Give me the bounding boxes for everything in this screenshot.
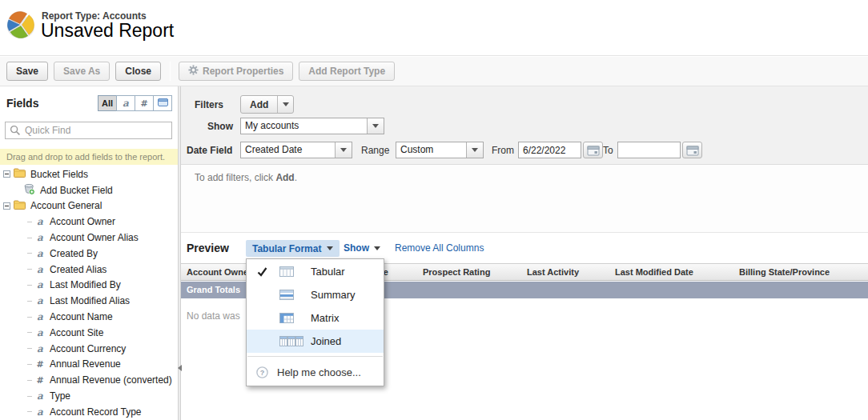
date-type-icon — [158, 98, 168, 108]
report-format-button-label: Tabular Format — [252, 243, 321, 254]
expander-minus-icon[interactable] — [3, 170, 10, 178]
collapse-panel-handle[interactable] — [177, 362, 183, 374]
tree-item-account-record-type[interactable]: aAccount Record Type — [0, 404, 178, 420]
date-field-select-arrow[interactable] — [335, 142, 352, 158]
tree-item-created-alias[interactable]: aCreated Alias — [0, 262, 178, 278]
field-filter-number-type[interactable]: # — [135, 95, 154, 111]
show-select-arrow[interactable] — [367, 118, 384, 134]
tree-item-add-bucket-field[interactable]: Add Bucket Field — [0, 182, 178, 198]
menu-item-matrix[interactable]: Matrix — [247, 306, 384, 330]
text-type-icon: a — [35, 328, 45, 338]
from-label: From — [492, 145, 514, 156]
tree-item-label: Annual Revenue (converted) — [50, 374, 172, 386]
tree-item-account-owner[interactable]: aAccount Owner — [0, 214, 178, 230]
gear-icon — [188, 65, 199, 78]
tree-connector — [27, 380, 32, 381]
column-header-last-activity[interactable]: Last Activity — [521, 264, 609, 280]
menu-item-summary[interactable]: Summary — [247, 283, 384, 306]
show-select[interactable]: My accounts — [240, 118, 384, 134]
tree-item-label: Account Site — [50, 327, 103, 338]
date-field-select[interactable]: Created Date — [240, 142, 352, 158]
tree-item-type[interactable]: aType — [0, 388, 178, 404]
menu-item-label: Joined — [311, 335, 341, 347]
chevron-down-icon — [372, 124, 379, 128]
add-filter-dropdown-arrow[interactable] — [277, 96, 293, 113]
tree-connector — [27, 364, 32, 365]
to-date-calendar-button[interactable] — [682, 142, 702, 158]
folder-icon — [14, 168, 26, 180]
button-label: Close — [125, 66, 151, 77]
menu-item-label: Matrix — [311, 312, 339, 324]
tree-item-label: Created Alias — [50, 264, 106, 275]
tree-item-label: Account Owner — [50, 216, 115, 227]
help-icon: ? — [247, 366, 277, 378]
preview-title: Preview — [187, 242, 229, 254]
from-date-calendar-button[interactable] — [583, 142, 603, 158]
text-type-icon: a — [35, 233, 45, 242]
text-type-icon: a — [35, 280, 45, 290]
tree-item-account-name[interactable]: aAccount Name — [0, 309, 178, 325]
tree-connector — [27, 317, 32, 318]
tree-connector — [27, 238, 32, 238]
preview-show-button[interactable]: Show — [344, 242, 380, 254]
add-filter-button[interactable]: Add — [240, 95, 294, 114]
tree-item-annual-revenue[interactable]: #Annual Revenue — [0, 357, 178, 373]
tree-item-annual-revenue-converted[interactable]: #Annual Revenue (converted) — [0, 372, 178, 388]
tree-item-label: Bucket Fields — [30, 169, 88, 180]
text-type-icon: a — [35, 265, 45, 274]
tree-item-account-site[interactable]: aAccount Site — [0, 325, 178, 341]
field-filter-text-type[interactable]: a — [116, 95, 135, 111]
column-header-billing-state-province[interactable]: Billing State/Province — [733, 264, 868, 280]
remove-all-columns-link[interactable]: Remove All Columns — [395, 242, 484, 254]
filters-empty-hint: To add filters, click Add. — [195, 172, 297, 183]
report-header: Report Type: Accounts Unsaved Report — [0, 0, 868, 56]
to-date-input[interactable] — [617, 142, 681, 158]
show-select-value: My accounts — [241, 118, 367, 134]
tree-item-label: Account General — [30, 200, 102, 211]
report-pie-chart-icon — [6, 10, 36, 43]
save-button[interactable]: Save — [6, 62, 48, 81]
tree-connector — [27, 301, 32, 302]
tree-item-account-general[interactable]: Account General — [0, 198, 178, 214]
range-select-arrow[interactable] — [466, 142, 483, 158]
add-report-type-button[interactable]: Add Report Type — [299, 62, 395, 81]
menu-item-label: Summary — [311, 289, 356, 301]
save-as-button[interactable]: Save As — [54, 62, 110, 81]
column-header-last-modified-date[interactable]: Last Modified Date — [609, 264, 733, 280]
calendar-icon — [587, 145, 600, 156]
tree-item-label: Created By — [50, 248, 98, 259]
field-tree: Bucket FieldsAdd Bucket FieldAccount Gen… — [0, 166, 178, 420]
tree-item-label: Account Currency — [50, 343, 126, 354]
range-select[interactable]: Custom — [396, 142, 484, 158]
field-filter-all[interactable]: All — [98, 95, 117, 111]
text-type-icon: a — [35, 344, 45, 354]
check-icon — [247, 267, 277, 277]
from-date-input[interactable] — [518, 142, 581, 158]
tree-item-created-by[interactable]: aCreated By — [0, 246, 178, 262]
column-header-prospect-rating[interactable]: Prospect Rating — [417, 264, 521, 280]
report-properties-button[interactable]: Report Properties — [179, 62, 293, 81]
tree-item-account-currency[interactable]: aAccount Currency — [0, 341, 178, 357]
expander-minus-icon[interactable] — [3, 202, 10, 210]
chevron-down-icon — [374, 246, 380, 250]
tree-item-last-modified-alias[interactable]: aLast Modified Alias — [0, 293, 178, 309]
field-type-filter: Alla# — [98, 95, 172, 111]
quick-find-input[interactable] — [5, 122, 172, 139]
button-label: Add Report Type — [308, 66, 385, 77]
text-type-icon: a — [35, 312, 45, 322]
calendar-icon — [686, 145, 699, 156]
text-type-icon: a — [35, 296, 45, 306]
chevron-down-icon — [472, 148, 478, 152]
tree-item-account-owner-alias[interactable]: aAccount Owner Alias — [0, 230, 178, 246]
field-filter-date-type[interactable] — [153, 95, 172, 111]
menu-item-joined[interactable]: Joined — [247, 330, 384, 353]
close-button[interactable]: Close — [115, 62, 161, 81]
tree-item-bucket-fields[interactable]: Bucket Fields — [0, 166, 178, 182]
menu-item-tabular[interactable]: Tabular — [247, 260, 384, 283]
tree-item-last-modified-by[interactable]: aLast Modified By — [0, 278, 178, 294]
date-field-label: Date Field — [187, 145, 232, 156]
report-toolbar: SaveSave AsCloseReport PropertiesAdd Rep… — [0, 57, 868, 86]
tabular-icon — [277, 266, 311, 277]
report-format-button[interactable]: Tabular Format — [246, 240, 340, 257]
menu-item-help-me-choose[interactable]: ? Help me choose... — [247, 360, 384, 385]
